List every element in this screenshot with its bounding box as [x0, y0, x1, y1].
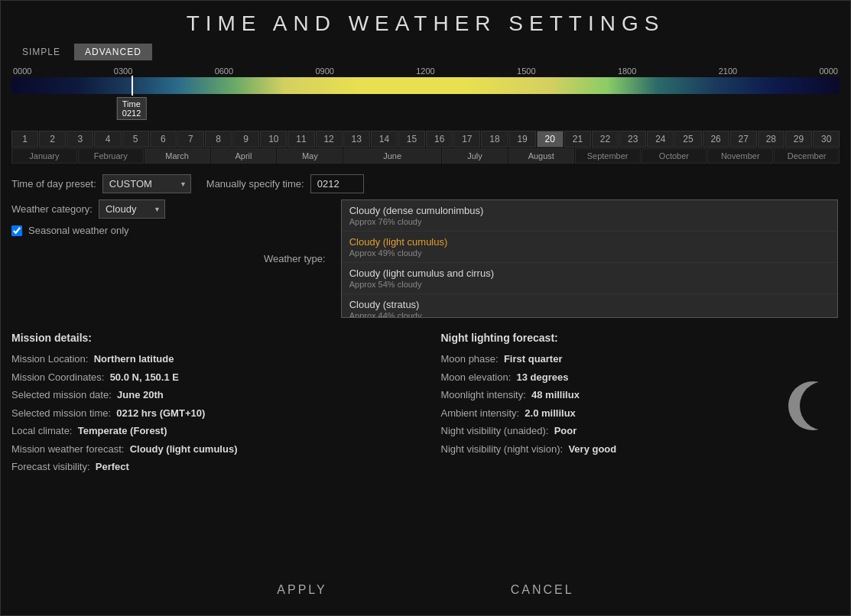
day-cell-21[interactable]: 21	[564, 131, 591, 148]
day-cell-23[interactable]: 23	[619, 131, 646, 148]
day-cell-27[interactable]: 27	[730, 131, 757, 148]
month-cell-august: August	[508, 148, 574, 164]
weather-item-name: Cloudy (stratus)	[349, 299, 830, 310]
mission-date-value: June 20th	[117, 389, 164, 400]
mission-time-row: Selected mission time: 0212 hrs (GMT+10)	[11, 406, 411, 421]
weather-type-item[interactable]: Cloudy (light cumulus and cirrus) Approx…	[342, 263, 837, 294]
day-cell-1[interactable]: 1	[11, 131, 38, 148]
day-cell-4[interactable]: 4	[94, 131, 121, 148]
day-cell-13[interactable]: 13	[343, 131, 370, 148]
manual-time-input[interactable]	[310, 174, 364, 193]
tooltip-value: 0212	[122, 109, 141, 118]
day-cell-19[interactable]: 19	[509, 131, 536, 148]
timeline-marker	[132, 76, 133, 96]
day-cell-20[interactable]: 20	[537, 131, 564, 148]
weather-type-item[interactable]: Cloudy (stratus) Approx 44% cloudy	[342, 294, 837, 318]
day-cell-11[interactable]: 11	[287, 131, 314, 148]
weather-type-group: Weather type:	[264, 253, 326, 264]
seasonal-weather-row: Seasonal weather only	[11, 225, 248, 236]
day-cell-28[interactable]: 28	[758, 131, 784, 148]
mission-time-value: 0212 hrs (GMT+10)	[116, 407, 205, 419]
weather-item-desc: Approx 49% cloudy	[349, 248, 830, 258]
day-cell-8[interactable]: 8	[205, 131, 232, 148]
day-cell-17[interactable]: 17	[453, 131, 480, 148]
apply-button[interactable]: APPLY	[261, 579, 342, 601]
weather-item-desc: Approx 76% cloudy	[349, 217, 830, 226]
mission-coordinates-label: Mission Coordinates:	[11, 371, 104, 383]
day-cell-26[interactable]: 26	[703, 131, 729, 148]
month-cell-may: May	[277, 148, 343, 164]
night-lighting-header: Night lighting forecast:	[441, 332, 840, 344]
mission-weather-label: Mission weather forecast:	[11, 443, 124, 455]
weather-type-label: Weather type:	[264, 253, 326, 264]
weather-item-desc: Approx 44% cloudy	[349, 311, 830, 318]
day-cell-16[interactable]: 16	[426, 131, 453, 148]
moon-phase-value: First quarter	[504, 353, 563, 365]
calendar-section: 1234567891011121314151617181920212223242…	[11, 131, 840, 164]
weather-item-name: Cloudy (light cumulus)	[349, 236, 830, 248]
seasonal-weather-checkbox[interactable]	[11, 225, 22, 236]
day-cell-6[interactable]: 6	[150, 131, 177, 148]
day-cell-18[interactable]: 18	[481, 131, 508, 148]
day-cell-24[interactable]: 24	[647, 131, 674, 148]
tl-label-0300: 0300	[114, 66, 132, 76]
day-cell-22[interactable]: 22	[592, 131, 619, 148]
weather-type-list[interactable]: Cloudy (dense cumulonimbus) Approx 76% c…	[341, 199, 838, 318]
mission-details-header: Mission details:	[11, 332, 411, 344]
mission-climate-value: Temperate (Forest)	[78, 425, 167, 436]
mission-climate-row: Local climate: Temperate (Forest)	[11, 423, 411, 439]
visibility-unaided-row: Night visibility (unaided): Poor	[441, 423, 771, 439]
mission-location-value: Northern latitude	[94, 353, 174, 365]
day-cell-25[interactable]: 25	[674, 131, 701, 148]
tl-label-0600: 0600	[215, 66, 233, 76]
month-cell-september: September	[575, 148, 641, 164]
time-preset-dropdown[interactable]: CUSTOMDAWNMORNINGNOONAFTERNOONDUSKNIGHT	[102, 174, 191, 193]
bottom-buttons: APPLY CANCEL	[11, 579, 840, 608]
mission-visibility-label: Forecast visibility:	[11, 461, 90, 472]
mission-left: Mission details: Mission Location: North…	[11, 332, 411, 569]
tab-simple[interactable]: SIMPLE	[11, 44, 71, 60]
month-cell-february: February	[78, 148, 144, 164]
page-title: TIME AND WEATHER SETTINGS	[11, 11, 840, 36]
tab-advanced[interactable]: ADVANCED	[74, 44, 152, 60]
day-cell-29[interactable]: 29	[785, 131, 812, 148]
moonlight-intensity-label: Moonlight intensity:	[441, 389, 526, 400]
tl-label-1500: 1500	[517, 66, 535, 76]
main-container: TIME AND WEATHER SETTINGS SIMPLE ADVANCE…	[0, 0, 851, 616]
mission-visibility-row: Forecast visibility: Perfect	[11, 459, 411, 475]
month-cell-april: April	[211, 148, 277, 164]
moon-phase-row: Moon phase: First quarter	[441, 352, 771, 367]
tl-label-0000b: 0000	[820, 66, 838, 76]
weather-type-item[interactable]: Cloudy (light cumulus) Approx 49% cloudy	[342, 232, 837, 263]
cancel-button[interactable]: CANCEL	[495, 579, 590, 601]
ambient-intensity-value: 2.0 millilux	[525, 407, 575, 419]
timeline-bar[interactable]: Time 0212	[11, 77, 840, 94]
day-cell-30[interactable]: 30	[813, 131, 840, 148]
weather-item-name: Cloudy (light cumulus and cirrus)	[349, 267, 830, 279]
moon-info: Moon phase: First quarter Moon elevation…	[441, 352, 771, 459]
month-row: JanuaryFebruaryMarchAprilMayJuneJulyAugu…	[11, 148, 840, 164]
mission-coordinates-value: 50.0 N, 150.1 E	[110, 371, 179, 383]
day-cell-7[interactable]: 7	[177, 131, 204, 148]
tl-label-0900: 0900	[315, 66, 333, 76]
time-preset-dropdown-wrapper: CUSTOMDAWNMORNINGNOONAFTERNOONDUSKNIGHT	[102, 174, 191, 193]
day-cell-14[interactable]: 14	[371, 131, 398, 148]
weather-type-item[interactable]: Cloudy (dense cumulonimbus) Approx 76% c…	[342, 200, 837, 232]
seasonal-weather-label[interactable]: Seasonal weather only	[28, 225, 129, 236]
day-cell-10[interactable]: 10	[260, 131, 287, 148]
ambient-intensity-row: Ambient intensity: 2.0 millilux	[441, 406, 771, 421]
day-cell-9[interactable]: 9	[232, 131, 259, 148]
day-cell-3[interactable]: 3	[67, 131, 93, 148]
day-cell-5[interactable]: 5	[122, 131, 149, 148]
day-cell-2[interactable]: 2	[39, 131, 66, 148]
weather-item-name: Cloudy (dense cumulonimbus)	[349, 205, 830, 216]
timeline-labels: 0000 0300 0600 0900 1200 1500 1800 2100 …	[11, 66, 840, 76]
month-cell-march: March	[145, 148, 210, 164]
day-cell-15[interactable]: 15	[398, 131, 425, 148]
moonlight-intensity-value: 48 millilux	[531, 389, 580, 400]
weather-item-desc: Approx 54% cloudy	[349, 280, 830, 289]
day-cell-12[interactable]: 12	[316, 131, 343, 148]
mission-weather-row: Mission weather forecast: Cloudy (light …	[11, 442, 411, 457]
weather-category-dropdown[interactable]: ClearCloudyOvercastRainyStormyFoggy	[99, 199, 165, 219]
day-row: 1234567891011121314151617181920212223242…	[11, 131, 840, 148]
